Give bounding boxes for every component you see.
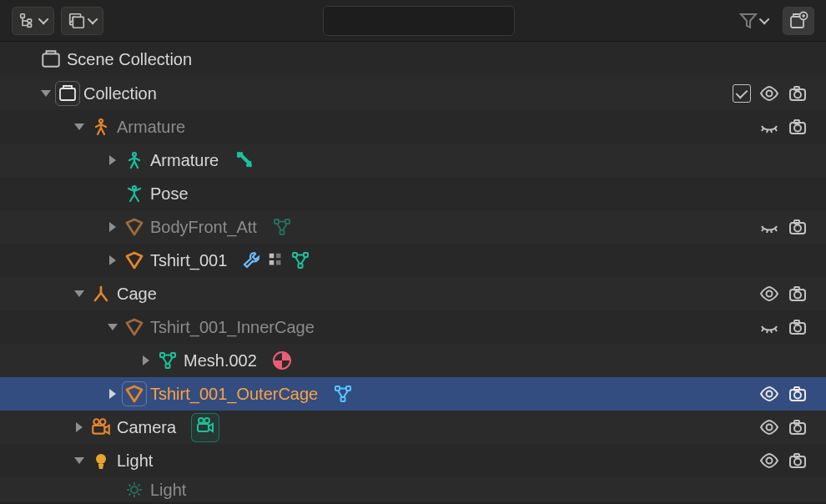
mesh-data-icon bbox=[158, 350, 178, 370]
disclosure-toggle[interactable] bbox=[72, 453, 87, 468]
outercage-label: Tshirt_001_OuterCage bbox=[147, 385, 318, 404]
disclosure-toggle[interactable] bbox=[38, 86, 53, 101]
bone-icon bbox=[234, 150, 254, 170]
image-stack-icon bbox=[67, 12, 87, 30]
row-tshirt[interactable]: Tshirt_001 bbox=[0, 244, 826, 277]
bodyfront-label: BodyFront_Att bbox=[147, 218, 257, 237]
new-collection-button[interactable] bbox=[783, 7, 814, 35]
material-icon bbox=[272, 350, 292, 370]
row-collection[interactable]: Collection bbox=[0, 77, 826, 110]
armature-data-label: Armature bbox=[147, 151, 219, 170]
eye-icon[interactable] bbox=[759, 83, 779, 103]
light-data-icon bbox=[124, 480, 144, 500]
mesh-data-icon bbox=[272, 217, 292, 237]
row-armature-object[interactable]: Armature bbox=[0, 110, 826, 144]
eye-icon[interactable] bbox=[759, 417, 779, 437]
new-collection-icon bbox=[788, 11, 808, 31]
camera-data-icon bbox=[195, 416, 215, 436]
collection-icon bbox=[58, 83, 78, 103]
tshirt-label: Tshirt_001 bbox=[147, 251, 227, 270]
row-bodyfront[interactable]: BodyFront_Att bbox=[0, 210, 826, 244]
camera-data-badge bbox=[191, 413, 219, 442]
outliner-header bbox=[0, 0, 826, 42]
row-camera[interactable]: Camera bbox=[0, 411, 826, 444]
mesh-object-icon bbox=[124, 384, 144, 404]
empty-icon bbox=[91, 284, 111, 304]
mesh-data-icon bbox=[290, 250, 310, 270]
row-armature-data[interactable]: Armature bbox=[0, 144, 826, 177]
mesh-object-icon bbox=[124, 250, 144, 270]
collection-label: Collection bbox=[80, 84, 157, 103]
light-object-icon bbox=[91, 451, 111, 471]
disclosure-toggle[interactable] bbox=[72, 119, 87, 134]
camera-icon[interactable] bbox=[788, 117, 808, 137]
camera-icon[interactable] bbox=[788, 217, 808, 237]
outliner-icon bbox=[18, 12, 38, 30]
disclosure-toggle[interactable] bbox=[139, 353, 154, 368]
row-mesh002[interactable]: Mesh.002 bbox=[0, 344, 826, 377]
disclosure-toggle[interactable] bbox=[105, 219, 120, 234]
search-input[interactable] bbox=[339, 12, 532, 29]
mesh-object-icon bbox=[124, 217, 144, 237]
row-scene-collection[interactable]: Scene Collection bbox=[0, 42, 826, 77]
disclosure-toggle[interactable] bbox=[105, 320, 120, 335]
outliner-tree: Scene Collection Collection Armature bbox=[0, 42, 826, 502]
row-pose[interactable]: Pose bbox=[0, 177, 826, 210]
chevron-down-icon bbox=[88, 14, 98, 25]
eye-closed-icon[interactable] bbox=[759, 217, 779, 237]
armature-data-icon bbox=[124, 150, 144, 170]
eye-closed-icon[interactable] bbox=[759, 117, 779, 137]
armature-icon bbox=[91, 117, 111, 137]
eye-icon[interactable] bbox=[759, 384, 779, 404]
chevron-down-icon bbox=[38, 14, 49, 25]
filter-dropdown[interactable] bbox=[733, 7, 774, 35]
pose-icon bbox=[124, 184, 144, 204]
camera-object-icon bbox=[90, 416, 112, 438]
innercage-label: Tshirt_001_InnerCage bbox=[147, 318, 315, 337]
camera-icon[interactable] bbox=[788, 417, 808, 437]
funnel-icon bbox=[738, 11, 758, 31]
camera-icon[interactable] bbox=[788, 317, 808, 337]
disclosure-toggle[interactable] bbox=[105, 253, 120, 268]
scene-collection-label: Scene Collection bbox=[63, 50, 192, 69]
camera-icon[interactable] bbox=[788, 451, 808, 471]
disclosure-toggle[interactable] bbox=[105, 153, 120, 168]
disclosure-toggle[interactable] bbox=[72, 286, 87, 301]
display-mode-dropdown[interactable] bbox=[61, 7, 103, 35]
row-innercage[interactable]: Tshirt_001_InnerCage bbox=[0, 310, 826, 344]
pose-label: Pose bbox=[147, 184, 189, 204]
eye-icon[interactable] bbox=[759, 284, 779, 304]
exclude-checkbox[interactable] bbox=[733, 84, 751, 103]
collection-icon bbox=[40, 48, 62, 70]
disclosure-toggle[interactable] bbox=[105, 386, 120, 401]
camera-label: Camera bbox=[113, 418, 176, 437]
search-field[interactable] bbox=[323, 6, 515, 36]
wrench-icon bbox=[242, 250, 262, 270]
row-cage[interactable]: Cage bbox=[0, 277, 826, 310]
cage-label: Cage bbox=[113, 285, 157, 304]
row-light[interactable]: Light bbox=[0, 444, 826, 477]
editor-type-dropdown[interactable] bbox=[12, 7, 54, 35]
camera-icon[interactable] bbox=[788, 83, 808, 103]
modifiers-icon bbox=[267, 251, 285, 270]
eye-closed-icon[interactable] bbox=[759, 317, 779, 337]
mesh002-label: Mesh.002 bbox=[180, 351, 257, 370]
mesh-object-icon bbox=[124, 317, 144, 337]
camera-icon[interactable] bbox=[788, 284, 808, 304]
row-outercage[interactable]: Tshirt_001_OuterCage bbox=[0, 377, 826, 411]
disclosure-toggle[interactable] bbox=[72, 420, 87, 435]
light-data-label: Light bbox=[147, 481, 186, 500]
camera-icon[interactable] bbox=[788, 384, 808, 404]
chevron-down-icon bbox=[759, 14, 770, 25]
eye-icon[interactable] bbox=[759, 451, 779, 471]
armature-object-label: Armature bbox=[113, 118, 185, 137]
mesh-data-icon bbox=[333, 384, 353, 404]
row-light-data[interactable]: Light bbox=[0, 477, 826, 502]
light-label: Light bbox=[113, 451, 153, 471]
